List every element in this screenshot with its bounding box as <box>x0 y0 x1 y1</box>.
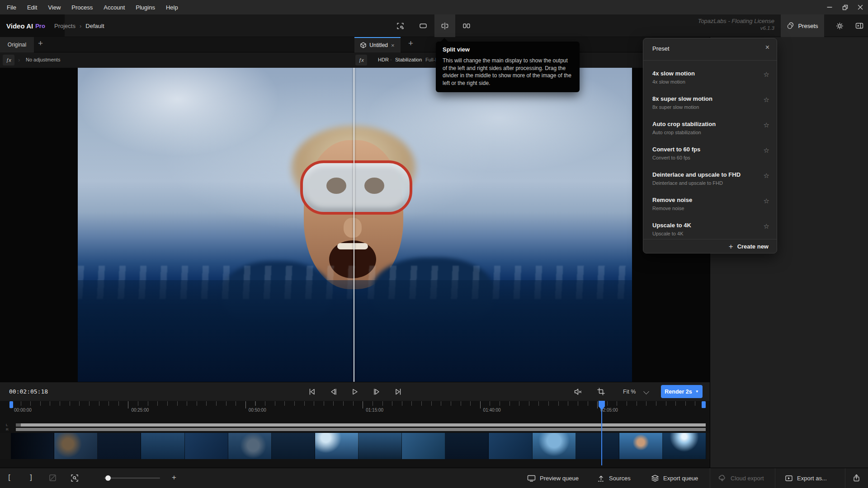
swimmer-teeth <box>337 243 368 249</box>
preview-queue-button[interactable]: Preview queue <box>527 468 579 488</box>
filmstrip-thumbnail[interactable] <box>272 433 315 459</box>
tab-bar: Original + Untitled × + <box>0 37 710 52</box>
settings-gear-button[interactable] <box>830 14 849 37</box>
tab-original[interactable]: Original <box>0 37 34 52</box>
star-icon[interactable]: ☆ <box>764 146 769 155</box>
menu-item[interactable]: Help <box>164 4 180 11</box>
preset-panel: Preset × 4x slow motion 4x slow motion ☆… <box>643 38 777 253</box>
pro-badge: Pro <box>35 23 45 29</box>
preset-list-item[interactable]: Deinterlace and upscale to FHD Deinterla… <box>643 169 777 194</box>
audio-track-left[interactable] <box>16 423 706 427</box>
tab-untitled[interactable]: Untitled × <box>354 37 401 52</box>
minimize-button[interactable] <box>822 0 837 14</box>
transport-bar: 00:02:05:18 Fit % Render 2s ▼ <box>0 382 710 401</box>
filmstrip-thumbnail[interactable] <box>445 433 489 459</box>
side-by-side-view-button[interactable] <box>456 14 477 37</box>
preset-list-item[interactable]: 8x super slow motion 8x super slow motio… <box>643 93 777 118</box>
pipeline-model-hdr[interactable]: HDR <box>378 57 389 62</box>
preset-list-item[interactable]: 4x slow motion 4x slow motion ☆ <box>643 68 777 93</box>
menu-item[interactable]: Edit <box>25 4 39 11</box>
pipeline-separator: · <box>390 57 392 62</box>
filmstrip-thumbnail[interactable] <box>619 433 663 459</box>
timeline-zoom-slider[interactable] <box>104 478 160 479</box>
crop-button[interactable] <box>593 384 609 399</box>
skip-to-start-button[interactable] <box>304 384 320 399</box>
sources-button[interactable]: Sources <box>597 468 631 488</box>
clear-trim-button[interactable] <box>49 474 57 482</box>
fit-view-button[interactable] <box>390 14 410 37</box>
filmstrip-thumbnail[interactable] <box>533 433 576 459</box>
fx-icon[interactable]: ƒx <box>3 55 14 66</box>
next-frame-button[interactable] <box>368 384 385 399</box>
previous-frame-button[interactable] <box>326 384 342 399</box>
breadcrumb: Projects › Default <box>54 14 104 37</box>
preset-list-item[interactable]: Upscale to 4K Upscale to 4K ☆ <box>643 220 777 239</box>
presets-button[interactable]: Presets <box>781 14 824 37</box>
filmstrip-thumbnail[interactable] <box>185 433 228 459</box>
add-tab-button-left[interactable]: + <box>38 38 43 48</box>
filmstrip-thumbnail[interactable] <box>315 433 359 459</box>
close-button[interactable] <box>853 0 868 14</box>
fx-icon-right[interactable]: ƒx <box>355 55 367 66</box>
filmstrip-thumbnail[interactable] <box>228 433 272 459</box>
menu-item[interactable]: Account <box>101 4 127 11</box>
timeline-zoom-knob[interactable] <box>105 475 111 481</box>
zoom-to-selection-button[interactable] <box>71 474 79 482</box>
star-icon[interactable]: ☆ <box>764 96 769 104</box>
preset-panel-close-icon[interactable]: × <box>765 43 769 52</box>
set-in-point-button[interactable]: [ <box>7 474 11 482</box>
filmstrip-thumbnail[interactable] <box>402 433 445 459</box>
audio-tracks: L R <box>0 422 710 433</box>
star-icon[interactable]: ☆ <box>764 172 769 180</box>
bottombar-divider <box>710 468 710 488</box>
playhead-line[interactable] <box>601 401 602 465</box>
preset-list-item[interactable]: Remove noise Remove noise ☆ <box>643 194 777 220</box>
breadcrumb-projects[interactable]: Projects <box>54 23 75 29</box>
star-icon[interactable]: ☆ <box>764 197 769 205</box>
preset-list-item[interactable]: Convert to 60 fps Convert to 60 fps ☆ <box>643 144 777 169</box>
menu-item[interactable]: Plugins <box>133 4 157 11</box>
star-icon[interactable]: ☆ <box>764 70 769 79</box>
toggle-right-panel-button[interactable] <box>851 14 868 37</box>
filmstrip-thumbnail[interactable] <box>489 433 532 459</box>
split-view-divider[interactable] <box>354 68 354 382</box>
share-button[interactable] <box>853 474 860 482</box>
filmstrip-thumbnail[interactable] <box>663 433 706 459</box>
fit-chevron-icon[interactable] <box>643 389 649 394</box>
preset-panel-title: Preset <box>652 45 670 52</box>
filmstrip-thumbnail[interactable] <box>54 433 98 459</box>
pipeline-filter-stabilization[interactable]: Stabilization <box>395 57 422 62</box>
star-icon[interactable]: ☆ <box>764 121 769 129</box>
filmstrip-thumbnail[interactable] <box>141 433 184 459</box>
zoom-fit-label[interactable]: Fit % <box>623 389 636 395</box>
export-as-button[interactable]: Export as... <box>785 468 827 488</box>
single-view-button[interactable] <box>413 14 434 37</box>
star-icon[interactable]: ☆ <box>764 222 769 230</box>
export-queue-button[interactable]: Export queue <box>651 468 698 488</box>
share-icon <box>853 474 860 482</box>
filmstrip-thumbnail[interactable] <box>11 433 54 459</box>
current-timecode: 00:02:05:18 <box>9 388 48 395</box>
render-button[interactable]: Render 2s ▼ <box>661 385 703 398</box>
filmstrip-thumbnail[interactable] <box>576 433 619 459</box>
preset-list-item[interactable]: Auto crop stabilization Auto crop stabil… <box>643 118 777 144</box>
filmstrip-thumbnail[interactable] <box>359 433 402 459</box>
audio-track-right[interactable] <box>16 428 706 431</box>
close-tab-icon[interactable]: × <box>391 42 395 49</box>
menu-item[interactable]: File <box>5 4 19 11</box>
trim-start-marker[interactable] <box>9 401 13 408</box>
play-button[interactable] <box>347 384 363 399</box>
mute-button[interactable] <box>570 384 586 399</box>
menu-item[interactable]: View <box>46 4 63 11</box>
cloud-export-button[interactable]: Cloud export <box>718 468 764 488</box>
maximize-button[interactable] <box>837 0 853 14</box>
split-view-button[interactable] <box>434 14 455 37</box>
set-out-point-button[interactable]: ] <box>29 474 33 482</box>
timeline-zoom-in-button[interactable]: + <box>172 473 176 482</box>
add-tab-button-right[interactable]: + <box>408 38 413 48</box>
skip-to-end-button[interactable] <box>390 384 406 399</box>
create-new-button[interactable]: + Create new <box>643 239 777 253</box>
trim-end-marker[interactable] <box>702 401 706 408</box>
menu-item[interactable]: Process <box>69 4 95 11</box>
filmstrip-thumbnail[interactable] <box>98 433 141 459</box>
